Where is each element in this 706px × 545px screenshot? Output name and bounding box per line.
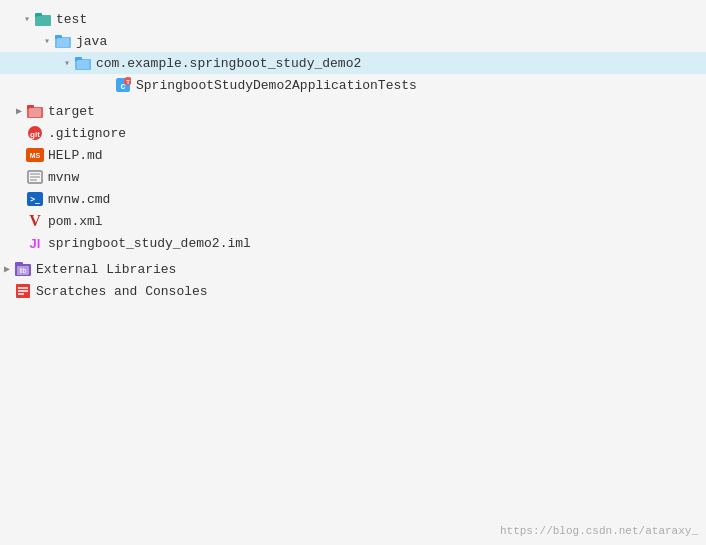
label-pom-xml: pom.xml [48, 214, 103, 229]
scratches-icon [14, 283, 32, 299]
folder-icon-test [34, 11, 52, 27]
tree-item-test[interactable]: ▾ test [0, 8, 706, 30]
tree-item-gitignore[interactable]: git .gitignore [0, 122, 706, 144]
label-mvnw: mvnw [48, 170, 79, 185]
folder-icon-target [26, 103, 44, 119]
arrow-external-libs: ▶ [0, 263, 14, 275]
tree-item-scratches[interactable]: Scratches and Consoles [0, 280, 706, 302]
external-libs-icon: lib [14, 261, 32, 277]
svg-rect-8 [77, 60, 89, 69]
svg-rect-5 [57, 38, 69, 47]
tree-item-java[interactable]: ▾ java [0, 30, 706, 52]
label-iml: springboot_study_demo2.iml [48, 236, 251, 251]
arrow-target: ▶ [12, 105, 26, 117]
svg-text:T: T [126, 79, 130, 85]
tree-item-iml[interactable]: JI springboot_study_demo2.iml [0, 232, 706, 254]
tree-item-target[interactable]: ▶ target [0, 100, 706, 122]
svg-text:git: git [30, 130, 40, 139]
svg-text:>_: >_ [30, 195, 40, 204]
svg-rect-2 [37, 16, 49, 25]
test-class-icon: c T [114, 77, 132, 93]
tree-item-pom-xml[interactable]: V pom.xml [0, 210, 706, 232]
tree-item-package[interactable]: ▾ com.example.springboot_study_demo2 [0, 52, 706, 74]
label-package: com.example.springboot_study_demo2 [96, 56, 361, 71]
label-test: test [56, 12, 87, 27]
arrow-package: ▾ [60, 57, 74, 69]
label-mvnw-cmd: mvnw.cmd [48, 192, 110, 207]
svg-text:lib: lib [19, 267, 26, 274]
tree-item-test-class[interactable]: c T SpringbootStudyDemo2ApplicationTests [0, 74, 706, 96]
git-icon: git [26, 125, 44, 141]
label-java: java [76, 34, 107, 49]
tree-item-mvnw-cmd[interactable]: >_ mvnw.cmd [0, 188, 706, 210]
iml-icon: JI [26, 235, 44, 251]
mvnw-icon [26, 169, 44, 185]
tree-item-mvnw[interactable]: mvnw [0, 166, 706, 188]
tree-item-help-md[interactable]: MS HELP.md [0, 144, 706, 166]
tree-item-external-libs[interactable]: ▶ lib External Libraries [0, 258, 706, 280]
label-test-class: SpringbootStudyDemo2ApplicationTests [136, 78, 417, 93]
label-target: target [48, 104, 95, 119]
arrow-test: ▾ [20, 13, 34, 25]
label-scratches: Scratches and Consoles [36, 284, 208, 299]
file-tree: ▾ test ▾ java ▾ com.example.springboot_s… [0, 0, 706, 545]
maven-icon: V [26, 213, 44, 229]
arrow-java: ▾ [40, 35, 54, 47]
cmd-icon: >_ [26, 191, 44, 207]
folder-icon-package [74, 55, 92, 71]
md-icon: MS [26, 147, 44, 163]
label-gitignore: .gitignore [48, 126, 126, 141]
svg-text:MS: MS [30, 152, 41, 159]
svg-rect-15 [29, 108, 41, 117]
label-external-libs: External Libraries [36, 262, 176, 277]
folder-icon-java [54, 33, 72, 49]
label-help-md: HELP.md [48, 148, 103, 163]
bottom-link: https://blog.csdn.net/ataraxy_ [500, 525, 698, 537]
